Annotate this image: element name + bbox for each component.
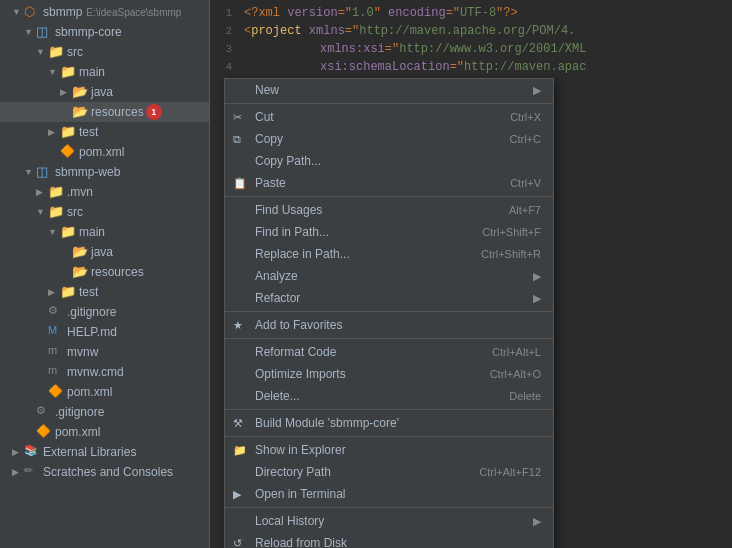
gitignore-root-label: .gitignore [55, 405, 104, 419]
menu-item-paste[interactable]: 📋 Paste Ctrl+V [225, 172, 553, 194]
mvnwcmd-icon: m [48, 364, 64, 380]
test-folder-icon: 📁 [60, 124, 76, 140]
main-core-label: main [79, 65, 105, 79]
menu-item-delete[interactable]: Delete... Delete [225, 385, 553, 407]
menu-delete-label: Delete... [255, 389, 300, 403]
sidebar-item-pom-core[interactable]: 🔶 pom.xml [0, 142, 209, 162]
menu-item-show-explorer[interactable]: 📁 Show in Explorer [225, 439, 553, 461]
sidebar-item-sbmmp-core[interactable]: ▼ ◫ sbmmp-core [0, 22, 209, 42]
divider-7 [225, 507, 553, 508]
menu-item-new[interactable]: New ▶ [225, 79, 553, 101]
sidebar-item-gitignore-root[interactable]: ⚙ .gitignore [0, 402, 209, 422]
menu-item-directory-path[interactable]: Directory Path Ctrl+Alt+F12 [225, 461, 553, 483]
sidebar-item-mvnwcmd-web[interactable]: m mvnw.cmd [0, 362, 209, 382]
sidebar-item-scratches[interactable]: ▶ ✏ Scratches and Consoles [0, 462, 209, 482]
mvnw-web-label: mvnw [67, 345, 98, 359]
pom-root-label: pom.xml [55, 425, 100, 439]
line-text-2: <project xmlns="http://maven.apache.org/… [240, 24, 732, 38]
menu-item-add-favorites[interactable]: ★ Add to Favorites [225, 314, 553, 336]
resources-web-label: resources [91, 265, 144, 279]
menu-item-cut[interactable]: ✂ Cut Ctrl+X [225, 106, 553, 128]
refactor-arrow: ▶ [533, 292, 541, 305]
sidebar-item-resources-web[interactable]: 📂 resources [0, 262, 209, 282]
scratches-label: Scratches and Consoles [43, 465, 173, 479]
paste-shortcut: Ctrl+V [510, 177, 541, 189]
sidebar-item-external-libs[interactable]: ▶ 📚 External Libraries [0, 442, 209, 462]
sidebar-item-resources-core[interactable]: 📂 resources 1 [0, 102, 209, 122]
history-arrow: ▶ [533, 515, 541, 528]
project-sidebar[interactable]: ▼ ⬡ sbmmp E:\ideaSpace\sbmmp ▼ ◫ sbmmp-c… [0, 0, 210, 548]
menu-paste-label: Paste [255, 176, 286, 190]
menu-refactor-label: Refactor [255, 291, 300, 305]
sidebar-item-gitignore-web[interactable]: ⚙ .gitignore [0, 302, 209, 322]
sidebar-item-help-web[interactable]: M HELP.md [0, 322, 209, 342]
replace-in-path-shortcut: Ctrl+Shift+R [481, 248, 541, 260]
copy-shortcut: Ctrl+C [510, 133, 541, 145]
divider-1 [225, 103, 553, 104]
analyze-arrow: ▶ [533, 270, 541, 283]
sidebar-item-java-core[interactable]: ▶ 📂 java [0, 82, 209, 102]
context-menu[interactable]: New ▶ ✂ Cut Ctrl+X ⧉ Copy Ctrl+C Copy Pa… [224, 78, 554, 548]
sbmmp-label: sbmmp [43, 5, 82, 19]
resources-folder-icon: 📂 [72, 104, 88, 120]
main-content: 1 <?xml version="1.0" encoding="UTF-8"?>… [210, 0, 732, 548]
sidebar-item-sbmmp-web[interactable]: ▼ ◫ sbmmp-web [0, 162, 209, 182]
line-num-1: 1 [210, 7, 240, 19]
menu-cut-label: Cut [255, 110, 274, 124]
sidebar-item-pom-root[interactable]: 🔶 pom.xml [0, 422, 209, 442]
sidebar-item-pom-web[interactable]: 🔶 pom.xml [0, 382, 209, 402]
src-core-label: src [67, 45, 83, 59]
test-web-label: test [79, 285, 98, 299]
sidebar-item-src-core[interactable]: ▼ 📁 src [0, 42, 209, 62]
sidebar-item-test-core[interactable]: ▶ 📁 test [0, 122, 209, 142]
md-file-icon: M [48, 324, 64, 340]
arrow-src-core: ▼ [36, 47, 46, 57]
arrow-sbmmp-web: ▼ [24, 167, 34, 177]
src-web-label: src [67, 205, 83, 219]
menu-find-usages-label: Find Usages [255, 203, 322, 217]
menu-item-copy-path[interactable]: Copy Path... [225, 150, 553, 172]
menu-item-open-terminal[interactable]: ▶ Open in Terminal [225, 483, 553, 505]
menu-item-optimize-imports[interactable]: Optimize Imports Ctrl+Alt+O [225, 363, 553, 385]
sidebar-item-main-web[interactable]: ▼ 📁 main [0, 222, 209, 242]
sidebar-item-mvnw-web[interactable]: m mvnw [0, 342, 209, 362]
build-icon: ⚒ [233, 417, 251, 430]
sidebar-item-src-web[interactable]: ▼ 📁 src [0, 202, 209, 222]
menu-item-find-usages[interactable]: Find Usages Alt+F7 [225, 199, 553, 221]
arrow-main-core: ▼ [48, 67, 58, 77]
sbmmp-core-label: sbmmp-core [55, 25, 122, 39]
menu-item-replace-in-path[interactable]: Replace in Path... Ctrl+Shift+R [225, 243, 553, 265]
optimize-shortcut: Ctrl+Alt+O [490, 368, 541, 380]
menu-item-reload-disk[interactable]: ↺ Reload from Disk [225, 532, 553, 548]
sidebar-item-mvn-web[interactable]: ▶ 📁 .mvn [0, 182, 209, 202]
pom-web-label: pom.xml [67, 385, 112, 399]
sidebar-item-java-web[interactable]: 📂 java [0, 242, 209, 262]
menu-item-copy[interactable]: ⧉ Copy Ctrl+C [225, 128, 553, 150]
mvn-folder-icon: 📁 [48, 184, 64, 200]
mvnwcmd-web-label: mvnw.cmd [67, 365, 124, 379]
line-text-1: <?xml version="1.0" encoding="UTF-8"?> [240, 6, 732, 20]
menu-item-analyze[interactable]: Analyze ▶ [225, 265, 553, 287]
pom-web-icon: 🔶 [48, 384, 64, 400]
java-core-label: java [91, 85, 113, 99]
java-folder-icon: 📂 [72, 84, 88, 100]
divider-5 [225, 409, 553, 410]
menu-item-refactor[interactable]: Refactor ▶ [225, 287, 553, 309]
menu-item-reformat[interactable]: Reformat Code Ctrl+Alt+L [225, 341, 553, 363]
arrow-src-web: ▼ [36, 207, 46, 217]
java-web-label: java [91, 245, 113, 259]
sidebar-item-test-web[interactable]: ▶ 📁 test [0, 282, 209, 302]
menu-reload-label: Reload from Disk [255, 536, 347, 548]
reformat-shortcut: Ctrl+Alt+L [492, 346, 541, 358]
menu-item-build-module[interactable]: ⚒ Build Module 'sbmmp-core' [225, 412, 553, 434]
menu-item-find-in-path[interactable]: Find in Path... Ctrl+Shift+F [225, 221, 553, 243]
sidebar-item-main-core[interactable]: ▼ 📁 main [0, 62, 209, 82]
menu-optimize-label: Optimize Imports [255, 367, 346, 381]
sidebar-item-sbmmp[interactable]: ▼ ⬡ sbmmp E:\ideaSpace\sbmmp [0, 2, 209, 22]
menu-item-local-history[interactable]: Local History ▶ [225, 510, 553, 532]
line-text-3: xmlns:xsi="http://www.w3.org/2001/XML [240, 42, 732, 56]
scratches-icon: ✏ [24, 464, 40, 480]
module-icon-web: ◫ [36, 164, 52, 180]
sbmmp-web-label: sbmmp-web [55, 165, 120, 179]
menu-find-in-path-label: Find in Path... [255, 225, 329, 239]
